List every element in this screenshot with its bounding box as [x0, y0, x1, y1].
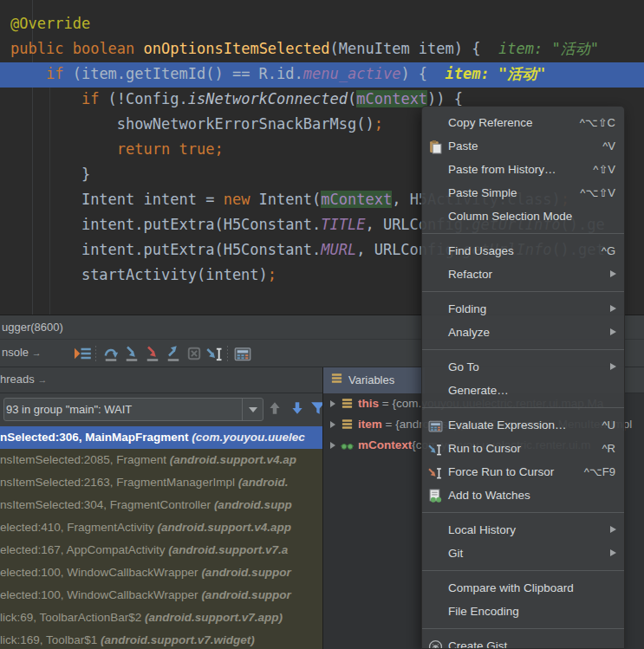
step-into-button[interactable] [123, 345, 140, 362]
add-watches-icon [428, 488, 443, 503]
menu-item-go-to[interactable]: Go To [422, 355, 624, 379]
variable-name: this [358, 397, 379, 410]
step-out-button[interactable] [165, 345, 182, 362]
code-token: ( [348, 90, 356, 107]
ide-window: @Overridepublic boolean onOptionsItemSel… [0, 0, 644, 649]
evaluate-expression-button[interactable] [234, 345, 251, 362]
menu-item-find-usages[interactable]: Find Usages^G [422, 239, 624, 263]
github-icon [428, 639, 443, 649]
variable-equals: = [382, 418, 395, 431]
menu-item-local-history[interactable]: Local History [422, 518, 624, 542]
code-token [63, 40, 72, 57]
threads-toolbar: 93 in group "main": WAIT [0, 393, 322, 426]
code-line: @Override [0, 11, 644, 36]
menu-item-paste[interactable]: Paste^V [422, 134, 624, 158]
frame-row[interactable]: nsItemSelected:2163, FragmentManagerImpl… [0, 471, 322, 494]
menu-item-run-to-cursor[interactable]: Run to Cursor^R [422, 437, 624, 460]
menu-item-shortcut: ^⌥F9 [584, 460, 615, 484]
next-frame-button[interactable] [289, 400, 309, 419]
show-execution-point-button[interactable] [75, 345, 92, 362]
variables-tab[interactable]: Variables [323, 367, 425, 393]
frame-location: elected:100, WindowCallbackWrapper [0, 588, 201, 601]
frame-package: (android.support.v4.app [158, 521, 292, 534]
frame-row[interactable]: elected:410, FragmentActivity (android.s… [0, 516, 322, 539]
frame-row[interactable]: lick:169, Toolbar$1 (android.support.v7.… [0, 629, 322, 649]
frame-location: nsItemSelected:304, FragmentController [0, 498, 214, 511]
menu-item-analyze[interactable]: Analyze [422, 321, 624, 344]
code-token: public [10, 40, 63, 57]
code-token: (MenuItem item) { [330, 40, 481, 57]
expand-triangle-icon[interactable] [330, 421, 335, 428]
frame-row[interactable]: elected:167, AppCompatActivity (android.… [0, 539, 322, 561]
menu-item-folding[interactable]: Folding [422, 297, 624, 321]
frame-row[interactable]: elected:100, WindowCallbackWrapper (andr… [0, 584, 322, 607]
expand-triangle-icon[interactable] [330, 400, 335, 407]
threads-tab[interactable]: hreads → [0, 373, 47, 386]
menu-item-copy-reference[interactable]: Copy Reference^⌥⇧C [422, 111, 624, 134]
frame-package: (android.suppor [201, 566, 291, 579]
menu-item-label: Copy Reference [448, 116, 533, 129]
code-token: Intent( [250, 191, 321, 208]
menu-item-paste-simple[interactable]: Paste Simple^⌥⇧V [422, 181, 624, 204]
menu-item-create-gist[interactable]: Create Gist… [422, 634, 624, 649]
code-token: new [224, 191, 250, 208]
frame-row[interactable]: nsItemSelected:2085, Fragment (android.s… [0, 449, 322, 471]
menu-item-label: Find Usages [448, 244, 514, 257]
drop-frame-button[interactable] [185, 345, 203, 362]
frame-row-selected[interactable]: nSelected:306, MainMapFragment (com.youy… [0, 426, 322, 449]
panel-splitter[interactable] [322, 367, 323, 649]
show-execution-point-icon [75, 345, 92, 362]
menu-item-generate[interactable]: Generate… [422, 379, 624, 402]
code-token: mContext [356, 90, 427, 107]
frame-location: nsItemSelected:2163, FragmentManagerImpl [0, 476, 238, 489]
run-to-cursor-button[interactable] [206, 345, 224, 362]
previous-frame-button[interactable] [267, 400, 286, 419]
console-tab[interactable]: nsole → [2, 346, 42, 359]
menu-item-shortcut: ^R [602, 437, 616, 460]
frame-package: (android.support.v7.a [168, 543, 288, 556]
menu-item-label: Force Run to Cursor [448, 465, 554, 478]
menu-item-evaluate-expression[interactable]: Evaluate Expression…^U [422, 413, 624, 437]
frame-location: lick:69, ToolbarActionBar$2 [0, 611, 145, 624]
frame-package: (android. [238, 476, 289, 489]
menu-item-add-to-watches[interactable]: Add to Watches [422, 484, 624, 507]
step-over-button[interactable] [102, 345, 120, 362]
menu-item-compare-with-clipboard[interactable]: Compare with Clipboard [422, 576, 624, 600]
frame-row[interactable]: nsItemSelected:304, FragmentController (… [0, 494, 322, 516]
menu-item-git[interactable]: Git [422, 542, 624, 565]
debugger-tab[interactable]: ugger(8600) [0, 321, 63, 334]
menu-item-label: Compare with Clipboard [448, 581, 574, 594]
code-token: startActivity(intent) [81, 266, 268, 283]
menu-item-label: Paste [448, 140, 478, 153]
step-over-icon [102, 345, 120, 362]
menu-item-label: Analyze [448, 326, 490, 339]
toolbar-separator [95, 346, 96, 361]
menu-item-shortcut: ^V [602, 134, 615, 158]
editor-context-menu: Copy Reference^⌥⇧CPaste^VPaste from Hist… [421, 106, 625, 649]
menu-item-refactor[interactable]: Refactor [422, 263, 624, 286]
menu-item-paste-from-history[interactable]: Paste from History…^⇧V [422, 158, 624, 181]
code-token [427, 65, 445, 82]
code-token: Intent intent = [81, 191, 224, 208]
value-icon [341, 396, 354, 414]
run-to-cursor-icon [428, 441, 443, 456]
code-token: intent.putExtra(H5Constant. [81, 241, 321, 258]
menu-item-force-run-to-cursor[interactable]: Force Run to Cursor^⌥F9 [422, 460, 624, 484]
frame-package: (com.youyou.uuelec [192, 431, 305, 444]
code-token: intent.putExtra(H5Constant. [81, 216, 321, 233]
inline-debug-hint: item: "活动" [498, 40, 599, 57]
frame-row[interactable]: elected:100, WindowCallbackWrapper (andr… [0, 561, 322, 584]
combo-dropdown-button[interactable] [242, 399, 263, 420]
force-step-into-icon [144, 345, 161, 362]
thread-selector-combo[interactable]: 93 in group "main": WAIT [3, 398, 263, 421]
menu-item-file-encoding[interactable]: File Encoding [422, 600, 624, 623]
frame-location: nSelected:306, MainMapFragment [0, 431, 192, 444]
menu-item-column-selection-mode[interactable]: Column Selection Mode [422, 204, 624, 228]
menu-separator [422, 286, 624, 297]
expand-triangle-icon[interactable] [330, 442, 335, 449]
step-out-icon [165, 345, 182, 362]
force-step-into-button[interactable] [144, 345, 161, 362]
frame-row[interactable]: lick:69, ToolbarActionBar$2 (android.sup… [0, 607, 322, 629]
variables-tab-icon [330, 368, 343, 394]
step-into-icon [123, 345, 140, 362]
